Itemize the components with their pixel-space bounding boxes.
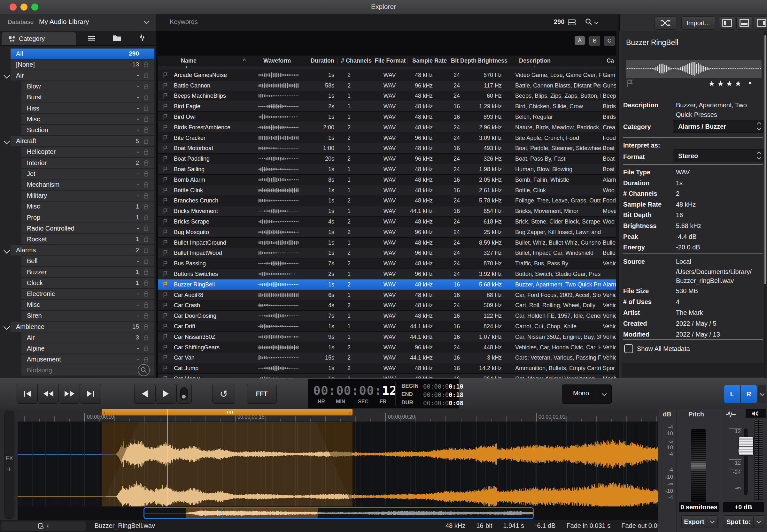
sidebar-item-aircraft[interactable]: Aircraft5	[11, 136, 154, 146]
fx-rack-panel[interactable]: FX +	[4, 411, 14, 519]
sidebar-item-birdsong[interactable]: Birdsong	[21, 365, 154, 376]
rating-stars[interactable]: ★★★★ •	[708, 79, 754, 88]
table-row[interactable]: Car DoorClosing7s1WAV48 kHz16122 HzCar, …	[158, 311, 618, 321]
table-row[interactable]: Antique Furniture1s2WAV48 kHz24290 HzDra…	[158, 66, 618, 70]
table-row[interactable]: Buttons Switches2s1WAV96 kHz243.92 kHzBu…	[158, 269, 618, 279]
monitor-tab[interactable]	[746, 409, 766, 418]
selection-range-bar[interactable]: ‹ ›	[102, 409, 353, 415]
selection-left-arrow-icon[interactable]: ‹	[103, 409, 105, 415]
sidebar-item-hiss[interactable]: Hiss-	[21, 103, 154, 113]
column-name[interactable]: Name	[181, 57, 197, 64]
column-bits[interactable]: Bit Depth	[449, 57, 478, 64]
table-row[interactable]: Bricks Scrape4s2WAV48 kHz24618 HzBrick, …	[158, 217, 618, 227]
layout-right-button[interactable]	[754, 16, 767, 30]
table-row[interactable]: Car Drift1s1WAV44.1 kHz16824 HzCarrot, C…	[158, 321, 618, 331]
flag-icon[interactable]	[163, 345, 168, 351]
search-badge-icon[interactable]	[138, 364, 150, 376]
channel-right-button[interactable]: R	[741, 385, 757, 403]
format-dropdown[interactable]: Stereo	[673, 149, 764, 162]
gain-fader-handle[interactable]	[739, 437, 754, 456]
rewind-button[interactable]	[38, 384, 59, 404]
details-scrollbar-thumb[interactable]	[764, 35, 766, 284]
sidebar-item-air[interactable]: Air-	[11, 70, 154, 80]
shuffle-button[interactable]	[655, 16, 676, 30]
filter-button-a[interactable]: A	[574, 36, 585, 45]
flag-icon[interactable]	[163, 355, 168, 361]
playhead[interactable]	[167, 409, 168, 506]
column-channels[interactable]: # Channels	[339, 57, 374, 64]
sidebar-item-prop[interactable]: Prop1	[21, 212, 154, 223]
table-row[interactable]: Bus Passing7s2WAV48 kHz24870 HzTraffic, …	[158, 258, 618, 269]
table-row[interactable]: Branches Crunch1s2WAV48 kHz245.78 kHzFol…	[158, 195, 618, 206]
sidebar-item-jet[interactable]: Jet-	[21, 169, 154, 179]
table-row[interactable]: Bird Eagle2s1WAV48 kHz161.29 kHzBird, Ch…	[158, 101, 618, 111]
flag-icon[interactable]	[163, 229, 168, 235]
sidebar-item-siren[interactable]: Siren-	[21, 311, 154, 321]
table-row[interactable]: Battle Cannon58s2WAV96 kHz24117 HzBattle…	[158, 80, 618, 91]
table-row[interactable]: Birds ForestAmbience2:002WAV48 kHz242.96…	[158, 122, 618, 133]
flag-icon[interactable]	[163, 219, 168, 225]
sidebar-item-misc[interactable]: Misc-	[21, 114, 154, 124]
table-row[interactable]: Boat Sailing1s1WAV48 kHz241.98 kHzHuman,…	[158, 164, 618, 174]
overview-viewport[interactable]	[143, 507, 534, 519]
layout-bottom-button[interactable]	[736, 16, 752, 30]
table-row[interactable]: Car Nissan350Z9s1WAV44.1 kHz161.07 kHzCa…	[158, 332, 618, 342]
chevron-down-icon[interactable]	[4, 323, 10, 330]
sidebar-item-alarms[interactable]: Alarms2	[11, 245, 154, 255]
flag-icon[interactable]	[163, 208, 168, 214]
waveform-editor[interactable]: 00:00:00:1000:00:00:1500:00:00:2000:00:0…	[18, 409, 658, 506]
fast-forward-button[interactable]	[59, 384, 80, 404]
chevron-down-icon[interactable]	[4, 247, 10, 254]
table-row[interactable]: Car ShiftingGears1s2WAV96 kHz24448 HzVeh…	[158, 342, 618, 353]
channel-dropdown[interactable]	[758, 385, 766, 403]
table-row[interactable]: Beeps MachineBlips1s1WAV48 kHz2460 HzBee…	[158, 91, 618, 101]
session-box[interactable]: ‹	[1, 521, 86, 531]
column-category[interactable]: Ca	[607, 57, 614, 64]
flag-icon[interactable]	[163, 177, 168, 183]
details-waveform-thumbnail[interactable]	[626, 59, 762, 79]
selection-grip[interactable]	[226, 411, 233, 414]
waveform-tab-icon[interactable]	[725, 411, 736, 418]
table-row[interactable]: Bird Owl1s1WAV48 kHz16893 HzBelch, Regul…	[158, 112, 618, 122]
flag-icon[interactable]	[163, 166, 168, 172]
table-row[interactable]: Bricks Movement1s1WAV44.1 kHz16654 HzBri…	[158, 206, 618, 216]
table-row[interactable]: Bottle Clink1s1WAV48 kHz162.61 kHzBottle…	[158, 185, 618, 195]
chevron-down-icon[interactable]	[4, 72, 10, 79]
category-dropdown[interactable]: Alarms / Buzzer	[673, 120, 764, 133]
sidebar-item-ambience[interactable]: Ambience15	[11, 322, 154, 332]
column-description[interactable]: Description	[519, 57, 550, 64]
tab-category[interactable]: Category	[2, 32, 76, 45]
channel-mode-dropdown[interactable]: Mono	[562, 384, 612, 404]
flag-icon[interactable]	[163, 313, 168, 319]
table-row[interactable]: Bullet ImpactWood1s2WAV96 kHz24327 HzBul…	[158, 248, 618, 258]
flag-icon[interactable]	[163, 83, 168, 89]
flag-icon[interactable]	[163, 103, 168, 110]
fx-add-button[interactable]: +	[5, 465, 14, 474]
export-dropdown-button[interactable]	[707, 515, 718, 528]
table-row[interactable]: Bomb Alarm8s1WAV48 kHz162.05 kHzBomb, Fa…	[158, 175, 618, 185]
sidebar-item-radio-controlled[interactable]: Radio Controlled-	[21, 223, 154, 233]
table-row[interactable]: Car AudiR86s1WAV48 kHz1668 HzCar, Ford F…	[158, 290, 618, 300]
sidebar-item-interior[interactable]: Interior2	[21, 158, 154, 168]
flag-icon[interactable]	[163, 365, 168, 371]
sidebar-item-military[interactable]: Military-	[21, 191, 154, 201]
table-row[interactable]: Buzzer RingBell1s2WAV48 kHz165.68 kHzBuz…	[158, 279, 618, 290]
flag-icon[interactable]	[163, 198, 168, 204]
spot-dropdown-button[interactable]	[753, 515, 764, 528]
table-row[interactable]: Car Crash4s2WAV48 kHz24509 HzCart, Roll,…	[158, 300, 618, 310]
flag-icon[interactable]	[163, 334, 168, 340]
flag-icon[interactable]	[163, 376, 168, 378]
fft-button[interactable]: FFT	[247, 384, 277, 404]
flag-icon[interactable]	[163, 66, 168, 68]
column-brightness[interactable]: Brightness	[477, 57, 506, 64]
sidebar-item-amusement[interactable]: Amusement-	[21, 354, 154, 365]
timeline-ruler[interactable]: 00:00:00:1000:00:00:1500:00:00:2000:00:0…	[18, 409, 658, 422]
table-row[interactable]: Bite Cracker1s2WAV96 kHz243.09 kHzBite A…	[158, 133, 618, 143]
database-selector[interactable]: Database My Audio Library	[0, 14, 156, 31]
filter-button-b[interactable]: B	[589, 36, 600, 46]
column-rate[interactable]: Sample Rate	[410, 57, 449, 64]
flag-icon[interactable]	[163, 240, 168, 246]
import-button[interactable]: Import...	[681, 16, 715, 30]
sidebar-item-clock[interactable]: Clock1	[21, 278, 154, 288]
sidebar-item-rocket[interactable]: Rocket1	[21, 234, 154, 244]
